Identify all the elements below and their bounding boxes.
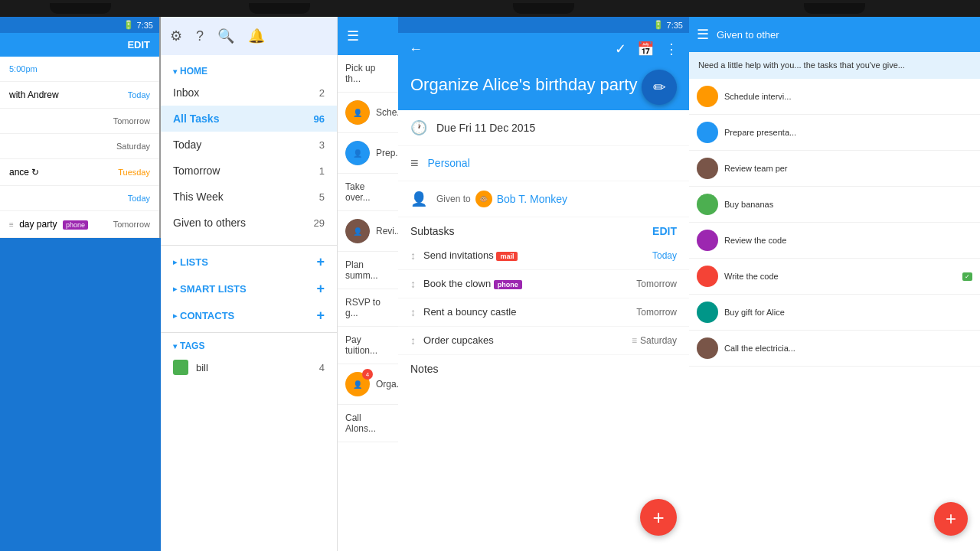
category-row: ≡ Personal bbox=[398, 146, 689, 181]
subtask-item[interactable]: ↕ Send invitations mail Today bbox=[398, 242, 689, 270]
list-item[interactable]: 👤 Sche... bbox=[338, 93, 398, 133]
phone-tag: phone bbox=[63, 220, 88, 230]
sidebar-topbar: ⚙ ? 🔍 🔔 bbox=[161, 17, 337, 55]
sidebar-lists[interactable]: ▸ LISTS + bbox=[161, 249, 337, 276]
list-item[interactable]: Today bbox=[0, 186, 159, 211]
list-item[interactable]: Buy bananas bbox=[689, 187, 980, 223]
list-item[interactable]: with Andrew Today bbox=[0, 82, 159, 109]
screen2-right-items: Pick up th... 👤 Sche... 👤 Prep... Take o… bbox=[338, 55, 398, 551]
hamburger-icon[interactable]: ☰ bbox=[347, 28, 359, 44]
sidebar-smart-lists[interactable]: ▸ SMART LISTS + bbox=[161, 276, 337, 302]
calendar-icon[interactable]: 📅 bbox=[637, 41, 654, 57]
given-to-name: Bob T. Monkey bbox=[497, 193, 567, 205]
list-item[interactable]: ance ↻ Tuesday bbox=[0, 159, 159, 186]
screen2-right-topbar: ☰ bbox=[338, 17, 398, 55]
add-smart-list-button[interactable]: + bbox=[316, 281, 325, 297]
list-item[interactable]: Plan summ... bbox=[338, 252, 398, 289]
edit-fab-button[interactable]: ✏ bbox=[642, 70, 677, 105]
list-item[interactable]: Saturday bbox=[0, 134, 159, 159]
bell-icon[interactable]: 🔔 bbox=[248, 28, 265, 44]
add-contact-button[interactable]: + bbox=[316, 308, 325, 324]
green-tag: ✓ bbox=[962, 272, 972, 281]
sidebar-item-today[interactable]: Today 3 bbox=[161, 132, 337, 158]
list-item[interactable]: 👤 4 Orga... bbox=[338, 364, 398, 405]
section-tags: ▾ TAGS bbox=[161, 336, 337, 354]
list-item[interactable]: Review team per bbox=[689, 151, 980, 187]
edit-button-1[interactable]: EDIT bbox=[127, 39, 150, 51]
add-list-button[interactable]: + bbox=[316, 254, 325, 270]
subtask-icon: ≡ bbox=[9, 220, 14, 229]
list-item[interactable]: Buy gift for Alice bbox=[689, 295, 980, 331]
battery-icon: 🔋 bbox=[123, 20, 134, 30]
battery-icon: 🔋 bbox=[653, 20, 664, 30]
search-icon[interactable]: 🔍 bbox=[217, 28, 234, 44]
list-item[interactable]: Pay tuition... bbox=[338, 327, 398, 364]
task-list-1: 5:00pm with Andrew Today Tomorrow Saturd… bbox=[0, 57, 159, 238]
list-item[interactable]: Write the code ✓ bbox=[689, 259, 980, 295]
subtask-day: Today bbox=[652, 250, 677, 261]
sidebar-item-all-tasks[interactable]: All Tasks 96 bbox=[161, 106, 337, 132]
sidebar-contacts[interactable]: ▸ CONTACTS + bbox=[161, 302, 337, 329]
avatar-img: 👤 bbox=[345, 100, 370, 125]
top-bar-3: ← ✓ 📅 ⋮ bbox=[398, 33, 689, 65]
subtasks-edit-button[interactable]: EDIT bbox=[652, 225, 677, 237]
task-text: Plan summ... bbox=[345, 259, 390, 281]
sidebar-item-inbox[interactable]: Inbox 2 bbox=[161, 80, 337, 106]
avatar bbox=[697, 86, 718, 107]
subtask-name: Book the clown phone bbox=[423, 278, 629, 289]
list-item[interactable]: Call the electricia... bbox=[689, 331, 980, 367]
screen4-title: Given to other bbox=[717, 29, 779, 41]
list-item[interactable]: Pick up th... bbox=[338, 55, 398, 93]
phone-notch-1 bbox=[0, 0, 161, 17]
avatar bbox=[697, 230, 718, 251]
task-text: Orga... bbox=[376, 379, 398, 390]
screen3: 🔋 7:35 ← ✓ 📅 ⋮ Organize Alice's birthday… bbox=[398, 0, 689, 551]
list-item[interactable]: Tomorrow bbox=[0, 109, 159, 134]
list-item[interactable]: Take over... bbox=[338, 174, 398, 211]
chevron-down-icon: ▾ bbox=[173, 67, 177, 76]
sidebar-item-given-to-others[interactable]: Given to others 29 bbox=[161, 210, 337, 236]
task-text: Review the code bbox=[724, 236, 972, 245]
list-item[interactable]: Schedule intervi... bbox=[689, 79, 980, 115]
list-item[interactable]: Prepare presenta... bbox=[689, 115, 980, 151]
list-item[interactable]: Call Alons... bbox=[338, 405, 398, 442]
section-home: ▾ HOME bbox=[161, 61, 337, 80]
more-icon[interactable]: ⋮ bbox=[665, 41, 678, 57]
task-day: Saturday bbox=[116, 142, 150, 151]
task-text: Write the code bbox=[724, 272, 955, 281]
list-item[interactable]: RSVP to g... bbox=[338, 289, 398, 327]
task-text: Take over... bbox=[345, 181, 390, 203]
top-bar-4: ☰ Given to other bbox=[689, 17, 980, 52]
drag-icon: ↕ bbox=[410, 249, 416, 262]
list-item[interactable]: 👤 Revi... bbox=[338, 211, 398, 252]
subtasks-label: Subtasks bbox=[410, 225, 455, 237]
task-text: Sche... bbox=[376, 107, 398, 118]
task-label: ance ↻ bbox=[9, 167, 39, 178]
drag-icon: ↕ bbox=[410, 334, 416, 347]
subtask-item[interactable]: ↕ Rent a bouncy castle Tomorrow bbox=[398, 298, 689, 327]
hamburger-icon[interactable]: ☰ bbox=[697, 26, 709, 43]
sort-icon: ≡ bbox=[632, 335, 637, 346]
gear-icon[interactable]: ⚙ bbox=[170, 28, 182, 44]
check-icon[interactable]: ✓ bbox=[615, 41, 626, 57]
task-text: Call the electricia... bbox=[724, 344, 972, 353]
back-icon[interactable]: ← bbox=[409, 41, 423, 57]
list-item[interactable]: Review the code bbox=[689, 223, 980, 259]
list-item[interactable]: 👤 Prep... bbox=[338, 133, 398, 174]
task-text: RSVP to g... bbox=[345, 297, 390, 318]
phone-notch-2 bbox=[161, 0, 398, 17]
subtask-item[interactable]: ↕ Book the clown phone Tomorrow bbox=[398, 270, 689, 298]
title-area-3: Organize Alice's birthday party ✏ bbox=[398, 65, 689, 110]
sidebar-item-tomorrow[interactable]: Tomorrow 1 bbox=[161, 158, 337, 184]
tag-item-bill[interactable]: bill 4 bbox=[161, 354, 337, 380]
sidebar-item-this-week[interactable]: This Week 5 bbox=[161, 184, 337, 210]
fab-button-3[interactable]: + bbox=[640, 499, 677, 536]
intro-text: Need a little help with you... the tasks… bbox=[689, 52, 980, 79]
list-item[interactable]: ≡ day party phone Tomorrow bbox=[0, 211, 159, 238]
list-item[interactable]: 5:00pm bbox=[0, 57, 159, 82]
task-text: Prep... bbox=[376, 148, 398, 158]
task-text: Buy bananas bbox=[724, 200, 972, 209]
help-icon[interactable]: ? bbox=[196, 28, 204, 44]
subtask-item[interactable]: ↕ Order cupcakes ≡ Saturday bbox=[398, 327, 689, 355]
subtasks-header: Subtasks EDIT bbox=[398, 217, 689, 242]
